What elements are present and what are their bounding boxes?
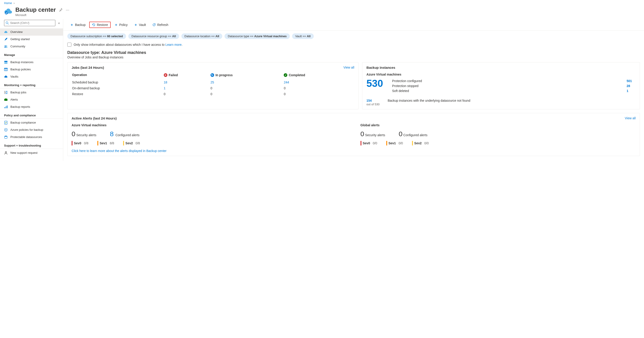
filter-resource-group[interactable]: Datasource resource group == All: [128, 33, 179, 39]
section-subtitle: Overview of Jobs and Backup instances: [63, 55, 644, 62]
sev1-badge: Sev18/8: [97, 141, 114, 146]
sidebar-item-backup-instances[interactable]: Backup instances: [0, 59, 63, 66]
sidebar-item-vaults[interactable]: Vaults: [0, 73, 63, 80]
policies-icon: [4, 68, 8, 71]
jobs-failed-link[interactable]: 18: [164, 80, 168, 84]
sidebar-item-overview[interactable]: Overview: [0, 28, 63, 36]
jobs-table: Operation ✕Failed ↻In progress ✓Complete…: [72, 73, 354, 97]
azure-policy-icon: [4, 128, 8, 132]
rocket-icon: [4, 37, 8, 41]
svg-point-24: [4, 136, 7, 137]
filter-type[interactable]: Datasource type == Azure Virtual machine…: [224, 33, 290, 39]
alerts-avm-column: Azure Virtual machines 0Security alerts …: [72, 123, 347, 146]
jobs-inprog-link[interactable]: 25: [210, 80, 214, 84]
configured-alerts-link[interactable]: 8: [110, 130, 114, 138]
sev1-ratio-link[interactable]: 8/8: [110, 141, 114, 145]
backup-button[interactable]: ＋Backup: [67, 21, 88, 29]
sev2-badge: Sev20/0: [412, 141, 429, 146]
jobs-comp-link[interactable]: 244: [284, 80, 289, 84]
sidebar-item-protectable-datasources[interactable]: Protectable datasources: [0, 134, 63, 141]
community-icon: [4, 45, 8, 48]
filter-location[interactable]: Datasource location == All: [182, 33, 222, 39]
completed-icon: ✓: [284, 73, 287, 77]
learn-more-link[interactable]: Learn more: [165, 43, 182, 46]
bi-notfound-link[interactable]: 154: [366, 99, 372, 102]
more-icon[interactable]: ⋯: [66, 8, 69, 12]
page-header: Backup center Microsoft ⋯: [0, 6, 644, 19]
svg-rect-5: [4, 61, 8, 62]
sidebar-item-label: Alerts: [10, 98, 18, 101]
plus-icon: ＋: [70, 22, 74, 27]
bi-stopped-link[interactable]: 28: [626, 84, 636, 88]
alerts-view-all-link[interactable]: View all: [625, 116, 636, 120]
sidebar-item-label: Vaults: [10, 75, 18, 78]
svg-rect-8: [4, 68, 8, 69]
svg-point-25: [5, 152, 6, 153]
filter-vault[interactable]: Vault == All: [292, 33, 314, 39]
sidebar-item-label: Getting started: [10, 37, 30, 41]
sidebar-item-backup-policies[interactable]: Backup policies: [0, 66, 63, 73]
bi-total[interactable]: 530: [366, 78, 383, 89]
svg-rect-21: [7, 106, 8, 108]
sidebar-item-backup-reports[interactable]: Backup reports: [0, 103, 63, 111]
jobs-view-all-link[interactable]: View all: [343, 66, 354, 69]
bi-notfound-text: Backup instances with the underlying dat…: [388, 99, 636, 106]
search-icon: [6, 21, 9, 24]
pin-icon[interactable]: [59, 8, 62, 12]
page-subtitle: Microsoft: [15, 13, 56, 17]
toolbar: ＋Backup Restore ＋Policy ＋Vault Refresh: [63, 19, 644, 31]
alerts-icon: [4, 98, 8, 101]
svg-rect-20: [6, 106, 6, 108]
backup-instances-card: Backup instances Azure Virtual machines …: [362, 62, 640, 109]
restore-button[interactable]: Restore: [89, 22, 111, 28]
sidebar-item-community[interactable]: Community: [0, 43, 63, 50]
sidebar-item-label: Azure policies for backup: [10, 128, 43, 132]
svg-line-2: [8, 23, 8, 24]
sidebar-item-backup-jobs[interactable]: Backup jobs: [0, 89, 63, 96]
sidebar-item-label: Overview: [10, 30, 22, 34]
instances-icon: [4, 60, 8, 64]
sidebar-item-label: New support request: [10, 151, 38, 155]
sidebar-item-label: Backup jobs: [10, 91, 26, 94]
sev2-bar-icon: [412, 141, 413, 146]
bi-subtitle: Azure Virtual machines: [366, 73, 636, 76]
jobs-failed-link[interactable]: 1: [164, 86, 166, 90]
breadcrumb-home[interactable]: Home: [4, 1, 12, 5]
bi-configured-link[interactable]: 501: [626, 79, 636, 83]
compliance-icon: [4, 121, 8, 125]
svg-rect-6: [4, 62, 8, 64]
in-progress-icon: ↻: [210, 73, 214, 77]
sidebar-section-manage: Manage: [0, 50, 63, 58]
sidebar-item-azure-policies[interactable]: Azure policies for backup: [0, 126, 63, 134]
sidebar-item-label: Backup policies: [10, 68, 31, 71]
datasources-icon: [4, 135, 8, 139]
collapse-sidebar-icon[interactable]: «: [57, 20, 61, 26]
svg-point-3: [5, 45, 6, 46]
table-row: Scheduled backup 18 25 244: [72, 80, 354, 85]
sidebar-item-label: Community: [10, 45, 25, 48]
svg-point-0: [5, 11, 8, 14]
bi-softdeleted-link[interactable]: 1: [626, 89, 636, 93]
sidebar-item-alerts[interactable]: Alerts: [0, 96, 63, 103]
search-input[interactable]: [4, 20, 55, 26]
vault-button[interactable]: ＋Vault: [131, 21, 149, 29]
sidebar-section-policy: Policy and compliance: [0, 111, 63, 119]
vault-icon: [4, 75, 8, 78]
table-row: Restore 0 0 0: [72, 91, 354, 97]
sidebar-item-backup-compliance[interactable]: Backup compliance: [0, 119, 63, 126]
failed-icon: ✕: [164, 73, 168, 77]
jobs-col-operation: Operation: [72, 73, 163, 79]
sev0-badge: Sev00/8: [72, 141, 88, 146]
sev0-bar-icon: [72, 141, 72, 146]
access-checkbox-row: Only show information about datasources …: [63, 42, 644, 49]
alerts-learn-more-link[interactable]: Click here to learn more about the alert…: [72, 149, 636, 153]
refresh-button[interactable]: Refresh: [150, 22, 171, 28]
sidebar-item-new-support-request[interactable]: New support request: [0, 149, 63, 157]
access-checkbox[interactable]: [67, 43, 72, 47]
plus-icon: ＋: [134, 22, 138, 27]
support-icon: [4, 151, 8, 155]
filter-subscription[interactable]: Datasource subscription == 60 selected: [67, 33, 126, 39]
sidebar-item-getting-started[interactable]: Getting started: [0, 36, 63, 43]
alerts-global-column: Global alerts 0Security alerts 0Configur…: [360, 123, 636, 146]
policy-button[interactable]: ＋Policy: [112, 21, 130, 29]
